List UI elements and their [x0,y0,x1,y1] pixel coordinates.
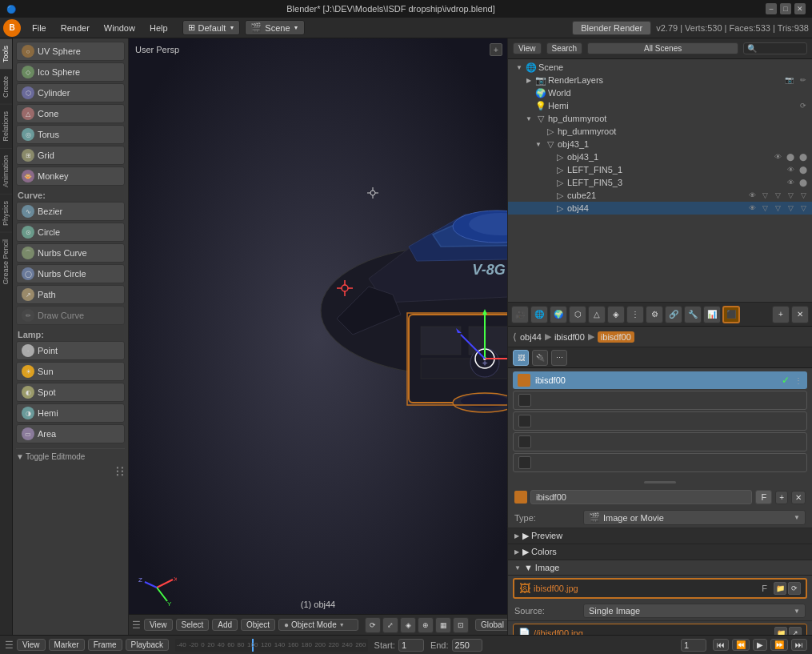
add-uv-sphere-button[interactable]: ○ UV Sphere [16,42,125,61]
props-btn-physics[interactable]: ⚙ [646,306,663,323]
add-spot-lamp-button[interactable]: ◐ Spot [16,383,125,402]
add-path-button[interactable]: ↗ Path [16,285,125,304]
texture-slot-2[interactable] [513,411,807,431]
texture-slot-3[interactable] [513,432,807,451]
obj43-dot1-icon[interactable]: ⬤ [785,151,796,162]
playback-end-btn[interactable]: ⏭ [791,639,807,651]
tree-item-hemi[interactable]: 💡 Hemi ⟳ [508,99,812,112]
cube21-tri2-icon[interactable]: ▽ [772,190,783,201]
vtab-physics[interactable]: Physics [0,194,12,232]
colors-section[interactable]: ▶ ▶ Colors [508,544,812,560]
tree-item-obj43-child[interactable]: ▷ obj43_1 👁 ⬤ ⬤ [508,150,812,163]
props-btn-mesh[interactable]: △ [588,306,606,323]
timeline-end-input[interactable] [452,639,482,652]
breadcrumb-ibisdf00-1[interactable]: ibisdf00 [554,332,585,342]
timeline-current-frame-input[interactable] [681,639,706,652]
vtab-tools[interactable]: Tools [0,38,12,69]
scene-selector[interactable]: 🎬 Scene ▼ [245,20,304,35]
playback-next-btn[interactable]: ⏩ [770,639,788,651]
add-circle-button[interactable]: ⊙ Circle [16,223,125,242]
playback-prev-btn[interactable]: ⏪ [732,639,750,651]
type-row-value[interactable]: 🎬 Image or Movie [583,510,806,525]
props-btn-texture[interactable]: ⬛ [722,306,740,323]
viewport-object-btn[interactable]: Object [241,619,275,631]
type-dots-btn[interactable]: ⋯ [551,350,567,366]
texture-slot-0[interactable]: ibisdf00 ✓ ⋮ [513,371,807,389]
renderlayers-action-camera[interactable]: 📷 [783,74,794,86]
3d-viewport[interactable]: ✦ V-8G [129,38,508,635]
timeline-frame-btn[interactable]: Frame [88,639,122,651]
add-bezier-button[interactable]: ∿ Bezier [16,202,125,221]
add-cylinder-button[interactable]: ⬡ Cylinder [16,83,125,102]
add-cone-button[interactable]: △ Cone [16,104,125,123]
add-torus-button[interactable]: ◎ Torus [16,125,125,144]
obj43-dot2-icon[interactable]: ⬤ [798,151,809,162]
image-path-input[interactable] [534,628,771,635]
draw-curve-button[interactable]: ✏ Draw Curve [16,306,125,325]
cube21-tri1-icon[interactable]: ▽ [759,190,770,201]
add-monkey-button[interactable]: 🐵 Monkey [16,167,125,186]
tree-item-left-fin5-3[interactable]: ▷ LEFT_FIN5_3 👁 ⬤ [508,176,812,189]
image-browse-btn[interactable]: 📁 [774,582,786,595]
menu-file[interactable]: File [26,22,53,34]
minimize-button[interactable]: – [766,3,777,14]
tree-item-world[interactable]: 🌍 World [508,86,812,99]
timeline-start-input[interactable] [398,639,424,652]
tree-item-renderlayers[interactable]: ▶ 📷 RenderLayers 📷 ✏ [508,74,812,86]
renderlayers-action-edit[interactable]: ✏ [798,74,809,86]
viewport-expand-button[interactable]: + [490,43,502,56]
props-btn-particles[interactable]: ⋮ [626,306,644,323]
tree-item-scene[interactable]: ▼ 🌐 Scene [508,61,812,74]
path-open-btn[interactable]: ↗ [789,627,802,635]
outliner-search-btn[interactable]: Search [546,42,583,54]
source-value[interactable]: Single Image [583,604,806,618]
vtab-animation[interactable]: Animation [0,148,12,194]
tex-name-add-btn[interactable]: + [775,491,788,504]
breadcrumb-obj44[interactable]: obj44 [520,332,542,342]
props-btn-object[interactable]: ⬡ [569,306,586,323]
image-filename-input[interactable] [534,584,758,593]
fin5-3-dot-icon[interactable]: ⬤ [798,177,809,188]
obj44-tri1-icon[interactable]: ▽ [759,203,770,214]
props-btn-modifiers[interactable]: 🔧 [684,306,702,323]
viewport-select-btn[interactable]: Select [176,619,210,631]
global-dropdown[interactable]: Global [475,619,508,631]
tree-item-hp-dummyroot-parent[interactable]: ▼ ▽ hp_dummyroot [508,112,812,125]
props-btn-world[interactable]: 🌍 [550,306,567,323]
mode-dropdown[interactable]: ● Object Mode ▼ [278,619,358,631]
vtab-grease-pencil[interactable]: Grease Pencil [0,232,12,291]
viewport-tool-btn-2[interactable]: ⤢ [382,617,398,633]
props-btn-data[interactable]: 📊 [703,306,721,323]
obj44-tri4-icon[interactable]: ▽ [798,203,809,214]
tree-item-hp-dummyroot-child[interactable]: ▷ hp_dummyroot [508,125,812,138]
menu-help[interactable]: Help [143,22,174,34]
type-image-btn[interactable]: 🖼 [513,350,529,366]
vtab-relations[interactable]: Relations [0,104,12,148]
tree-item-left-fin5-1[interactable]: ▷ LEFT_FIN5_1 👁 ⬤ [508,163,812,176]
fin5-3-eye-icon[interactable]: 👁 [785,177,796,188]
obj44-eye-icon[interactable]: 👁 [746,203,758,214]
viewport-tool-btn-6[interactable]: ⊡ [453,617,469,633]
playback-rewind-btn[interactable]: ⏮ [713,639,729,651]
fin5-1-eye-icon[interactable]: 👁 [785,164,796,175]
add-area-lamp-button[interactable]: ▭ Area [16,424,125,443]
props-add-btn[interactable]: + [772,306,790,323]
texture-slot-1[interactable] [513,391,807,410]
hemi-sync-icon[interactable]: ⟳ [798,100,809,111]
obj44-tri2-icon[interactable]: ▽ [772,203,783,214]
add-nurbs-circle-button[interactable]: ◯ Nurbs Circle [16,264,125,283]
viewport-tool-btn-4[interactable]: ⊕ [418,617,434,633]
maximize-button[interactable]: □ [780,3,791,14]
outliner-view-btn[interactable]: View [513,42,542,54]
obj43-eye-icon[interactable]: 👁 [772,151,783,162]
tree-item-cube21[interactable]: ▷ cube21 👁 ▽ ▽ ▽ ▽ [508,189,812,202]
props-btn-scene[interactable]: 🌐 [530,306,548,323]
viewport-view-btn[interactable]: View [144,619,173,631]
path-browse-btn[interactable]: 📁 [774,627,787,635]
props-btn-constraints[interactable]: 🔗 [665,306,682,323]
cube21-tri4-icon[interactable]: ▽ [798,190,809,201]
tree-item-obj43-parent[interactable]: ▼ ▽ obj43_1 [508,138,812,150]
obj44-tri3-icon[interactable]: ▽ [785,203,796,214]
add-nurbs-curve-button[interactable]: ⌒ Nurbs Curve [16,243,125,263]
timeline-view-btn[interactable]: View [17,639,46,651]
